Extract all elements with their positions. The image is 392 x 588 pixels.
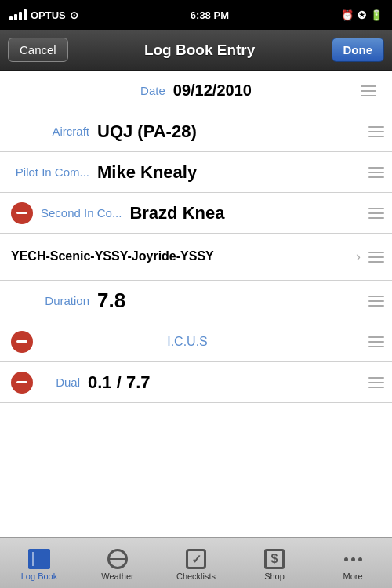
reorder-icon-icus	[365, 331, 387, 353]
tab-logbook-label: Log Book	[21, 572, 57, 581]
time-label: 6:38 PM	[191, 9, 229, 21]
reorder-icon-date	[358, 80, 379, 102]
reorder-icon-duration	[365, 290, 387, 312]
globe-icon	[107, 549, 128, 569]
done-button[interactable]: Done	[332, 38, 385, 62]
status-right: ⏰ ✪ 🔋	[341, 9, 383, 21]
route-row[interactable]: YECH-Scenic-YSSY-Joyride-YSSY ›	[0, 234, 392, 281]
tab-weather-label: Weather	[101, 572, 133, 581]
aircraft-row[interactable]: Aircraft UQJ (PA-28)	[0, 111, 392, 152]
reorder-icon-dual	[365, 372, 387, 394]
dual-value: 0.1 / 7.7	[88, 372, 365, 393]
check-icon: ✓	[186, 549, 206, 569]
date-value: 09/12/2010	[173, 82, 252, 100]
pic-label: Pilot In Com...	[11, 165, 97, 179]
tab-bar: Log Book Weather ✓ Checklists $ Shop Mor…	[0, 537, 392, 588]
date-row: Date 09/12/2010	[0, 71, 392, 111]
reorder-icon-sic	[365, 202, 387, 224]
duration-label: Duration	[11, 294, 97, 307]
carrier-label: OPTUS	[31, 9, 66, 21]
icus-row[interactable]: I.C.U.S	[0, 321, 392, 362]
tab-more-label: More	[343, 572, 362, 581]
reorder-icon-aircraft	[365, 121, 387, 143]
tab-more[interactable]: More	[314, 538, 392, 588]
duration-row[interactable]: Duration 7.8	[0, 281, 392, 321]
duration-value: 7.8	[97, 289, 365, 313]
tab-shop[interactable]: $ Shop	[235, 538, 314, 588]
pic-row[interactable]: Pilot In Com... Mike Knealy	[0, 152, 392, 193]
sic-row[interactable]: Second In Co... Brazd Knea	[0, 193, 392, 234]
chevron-right-icon: ›	[356, 249, 361, 265]
aircraft-value: UQJ (PA-28)	[97, 122, 365, 142]
signal-bars	[9, 9, 27, 20]
remove-icus-button[interactable]	[11, 331, 33, 353]
tab-weather[interactable]: Weather	[78, 538, 157, 588]
bluetooth-icon: ✪	[358, 9, 366, 21]
page-title: Log Book Entry	[144, 42, 255, 59]
dual-row[interactable]: Dual 0.1 / 7.7	[0, 362, 392, 403]
nav-bar: Cancel Log Book Entry Done	[0, 30, 392, 71]
alarm-icon: ⏰	[341, 9, 354, 21]
tab-checklists[interactable]: ✓ Checklists	[157, 538, 235, 588]
icus-label: I.C.U.S	[41, 335, 365, 349]
dollar-icon: $	[264, 549, 285, 569]
cancel-button[interactable]: Cancel	[8, 38, 68, 62]
dual-label: Dual	[41, 376, 88, 389]
reorder-icon-pic	[365, 162, 387, 183]
reorder-icon-route	[365, 246, 387, 268]
route-value: YECH-Scenic-YSSY-Joyride-YSSY	[11, 248, 356, 265]
tab-checklists-label: Checklists	[176, 572, 216, 581]
date-label: Date	[140, 84, 165, 97]
status-left: OPTUS ⊙	[9, 9, 78, 21]
battery-icon: 🔋	[370, 9, 383, 21]
remove-dual-button[interactable]	[11, 372, 33, 394]
tab-logbook[interactable]: Log Book	[0, 538, 78, 588]
content: Date 09/12/2010 Aircraft UQJ (PA-28) Pil…	[0, 71, 392, 537]
pic-value: Mike Knealy	[97, 162, 365, 183]
wifi-icon: ⊙	[70, 9, 78, 21]
book-icon	[28, 549, 50, 569]
tab-shop-label: Shop	[264, 572, 285, 581]
sic-label: Second In Co...	[41, 206, 129, 220]
aircraft-label: Aircraft	[11, 125, 97, 138]
sic-value: Brazd Knea	[129, 203, 365, 223]
status-bar: OPTUS ⊙ 6:38 PM ⏰ ✪ 🔋	[0, 0, 392, 30]
remove-sic-button[interactable]	[11, 202, 33, 224]
dots-icon	[344, 549, 362, 569]
